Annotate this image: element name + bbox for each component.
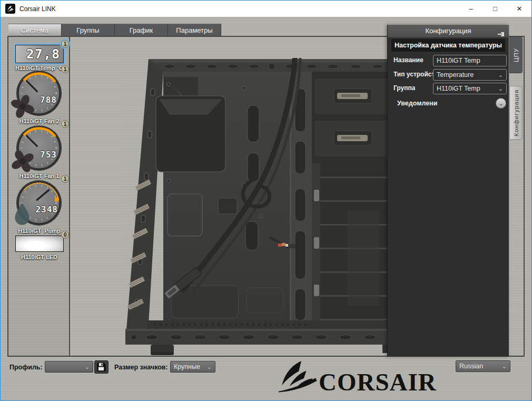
config-panel: Конфигурация Настройка датчика температу… [387, 25, 509, 357]
sensor-strip: 1 27,8 H110iGT Temp °C 1 [8, 37, 70, 356]
close-button[interactable]: ✕ [507, 1, 531, 17]
device-type-select[interactable]: Temperature ⌄ [433, 69, 507, 81]
pump-gauge-widget[interactable]: 1 2348 [8, 175, 70, 235]
tab-options[interactable]: Параметры [168, 24, 221, 36]
corsair-logo: CORSAIR [277, 359, 437, 397]
tab-groups[interactable]: Группы [62, 24, 115, 36]
bottombar: Профиль: ⌄ Размер значков: Крупные ⌄ [1, 357, 531, 400]
minimize-button[interactable]: – [459, 1, 483, 17]
section-title: Настройка датчика температуры [391, 39, 505, 52]
temp-display: 27,8 [15, 45, 64, 63]
fan-icon [11, 95, 34, 118]
notification-badge: 1 [61, 175, 69, 183]
notifications-label: Уведомлени [397, 100, 437, 107]
chevron-down-icon: ⌄ [85, 364, 90, 369]
chevron-down-icon: ⌄ [502, 364, 507, 369]
tabstrip: Система Группы График Параметры [8, 24, 221, 36]
fan-gauge: 788 [15, 70, 63, 117]
temp-sensor-widget[interactable]: 1 27,8 H110iGT Temp °C [8, 40, 70, 66]
name-field-label: Название [393, 56, 423, 64]
icon-size-select[interactable]: Крупные ⌄ [170, 361, 215, 373]
fan-gauge: 753 [15, 124, 63, 172]
client-area: Система Группы График Параметры 1 27,8 H… [1, 17, 531, 400]
led-widget[interactable]: 0 H110iGT LED [8, 231, 70, 262]
floppy-disk-icon [97, 363, 106, 371]
device-type-label: Тип устройст [393, 71, 434, 78]
fan1-gauge-widget[interactable]: 1 753 [8, 120, 70, 180]
tab-system[interactable]: Система [8, 24, 62, 36]
tab-graph[interactable]: График [115, 24, 168, 36]
fan1-rpm-value: 753 [40, 150, 57, 160]
corsair-app-icon [5, 4, 15, 14]
side-tab-configuration[interactable]: Конфигурация [509, 86, 523, 140]
led-color-display [15, 236, 64, 252]
corsair-sails-icon [277, 359, 318, 397]
profile-label: Профиль: [9, 364, 43, 371]
chevron-down-icon: ⌄ [498, 86, 503, 91]
group-field-label: Группа [393, 84, 415, 92]
save-profile-button[interactable] [94, 360, 109, 374]
fan-icon [11, 150, 34, 173]
temp-value: 27,8 [26, 46, 60, 62]
case-photo [121, 58, 388, 356]
icon-size-label: Размер значков: [114, 364, 168, 371]
window-controls: – □ ✕ [459, 1, 531, 17]
notification-badge: 1 [61, 40, 69, 48]
fan2-gauge-widget[interactable]: 1 788 [8, 65, 70, 125]
chevron-down-icon: ⌄ [498, 72, 503, 77]
chevron-down-icon: ⌄ [498, 101, 503, 106]
titlebar: Corsair LINK – □ ✕ [1, 1, 531, 17]
sensor-label: H110iGT LED [8, 254, 70, 260]
notification-badge: 1 [61, 65, 69, 73]
side-tab-cpu[interactable]: ЦПУ [509, 36, 523, 73]
profile-select[interactable]: ⌄ [45, 361, 93, 373]
config-panel-title: Конфигурация [425, 27, 471, 35]
chevron-down-icon: ⌄ [207, 364, 212, 369]
corsair-link-window: Corsair LINK – □ ✕ Система Группы График… [0, 0, 532, 401]
config-panel-header: Конфигурация [388, 25, 509, 37]
group-select[interactable]: H110iGT Temp ⌄ [433, 83, 507, 94]
pump-rpm-value: 2348 [35, 204, 58, 214]
maximize-button[interactable]: □ [483, 1, 507, 17]
sensor-name-input[interactable] [433, 55, 507, 66]
fan2-rpm-value: 788 [40, 95, 57, 105]
window-title: Corsair LINK [19, 5, 56, 13]
pin-icon[interactable] [498, 28, 505, 41]
water-drop-icon [11, 201, 33, 227]
language-select[interactable]: Russian ⌄ [456, 360, 510, 372]
notifications-expand-button[interactable]: ⌄ [496, 98, 506, 109]
notification-badge: 0 [61, 231, 69, 239]
corsair-wordmark: CORSAIR [319, 367, 437, 397]
pump-gauge: 2348 [15, 179, 63, 227]
notification-badge: 1 [61, 120, 69, 128]
